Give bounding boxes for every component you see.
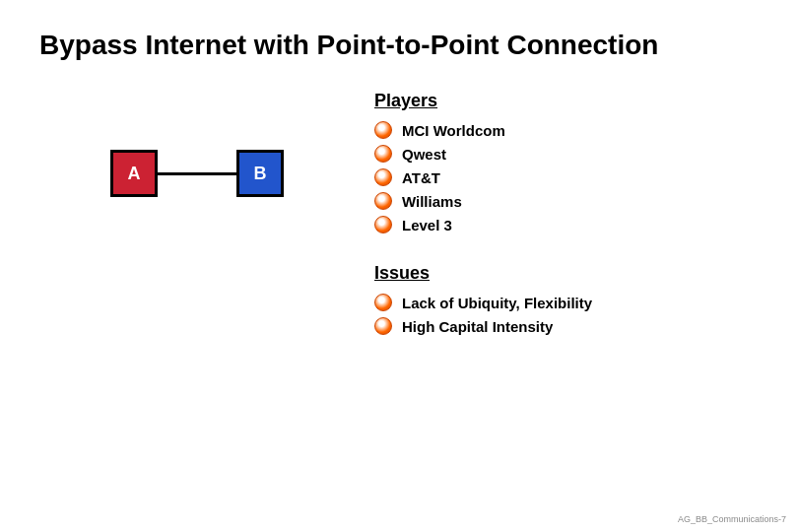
player-3: AT&T: [402, 169, 440, 186]
content-area: A B Players MCI Worldcom Qwest: [39, 91, 759, 365]
issue-2: High Capital Intensity: [402, 318, 553, 335]
node-b: B: [236, 150, 284, 197]
players-section: Players MCI Worldcom Qwest AT&T: [374, 91, 759, 233]
slide-title: Bypass Internet with Point-to-Point Conn…: [39, 30, 759, 61]
list-item: MCI Worldcom: [374, 121, 759, 139]
player-1: MCI Worldcom: [402, 122, 505, 139]
diagram-area: A B: [39, 150, 355, 197]
node-a: A: [110, 150, 158, 197]
issue-1: Lack of Ubiquity, Flexibility: [402, 295, 592, 311]
slide: Bypass Internet with Point-to-Point Conn…: [0, 0, 798, 532]
player-2: Qwest: [402, 146, 446, 163]
issues-heading: Issues: [374, 263, 759, 284]
bullet-icon: [374, 168, 392, 186]
list-item: High Capital Intensity: [374, 317, 759, 335]
bullet-icon: [374, 294, 392, 311]
connector-line: [158, 172, 236, 175]
players-heading: Players: [374, 91, 759, 111]
right-content: Players MCI Worldcom Qwest AT&T: [355, 91, 759, 365]
player-4: Williams: [402, 193, 462, 210]
players-list: MCI Worldcom Qwest AT&T Williams: [374, 121, 759, 233]
player-5: Level 3: [402, 217, 452, 233]
bullet-icon: [374, 317, 392, 335]
bullet-icon: [374, 216, 392, 233]
list-item: AT&T: [374, 168, 759, 186]
issues-section: Issues Lack of Ubiquity, Flexibility Hig…: [374, 263, 759, 335]
list-item: Williams: [374, 192, 759, 210]
list-item: Qwest: [374, 145, 759, 163]
list-item: Level 3: [374, 216, 759, 233]
bullet-icon: [374, 121, 392, 139]
issues-list: Lack of Ubiquity, Flexibility High Capit…: [374, 294, 759, 335]
list-item: Lack of Ubiquity, Flexibility: [374, 294, 759, 311]
bullet-icon: [374, 145, 392, 163]
bullet-icon: [374, 192, 392, 210]
watermark: AG_BB_Communications-7: [678, 514, 786, 524]
